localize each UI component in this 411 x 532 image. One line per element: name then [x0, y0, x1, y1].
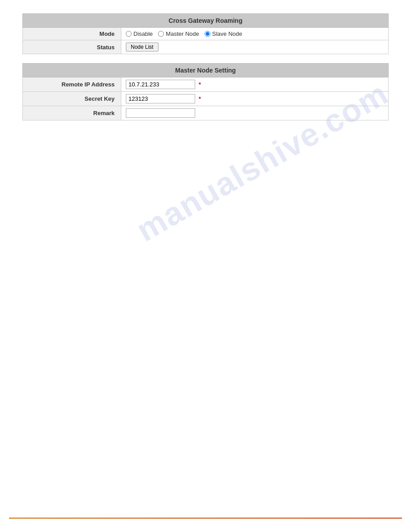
remark-input[interactable] [126, 108, 195, 118]
cross-gateway-table: Cross Gateway Roaming Mode Disable Maste… [22, 13, 389, 54]
bottom-divider [9, 518, 402, 519]
mode-disable-label[interactable]: Disable [126, 30, 153, 37]
mode-slave-radio[interactable] [205, 31, 210, 37]
master-node-table: Master Node Setting Remote IP Address * … [22, 63, 389, 120]
mode-slave-text: Slave Node [212, 30, 242, 37]
cross-gateway-title: Cross Gateway Roaming [23, 14, 389, 28]
mode-disable-text: Disable [133, 30, 153, 37]
secret-key-label: Secret Key [23, 92, 121, 106]
mode-radio-group: Disable Master Node Slave Node [126, 30, 384, 37]
mode-master-radio[interactable] [158, 31, 164, 37]
table-row: Remote IP Address * [23, 77, 389, 92]
remote-ip-value-cell: * [121, 77, 389, 92]
status-label: Status [23, 40, 121, 54]
secret-key-value-cell: * [121, 92, 389, 106]
table-row: Secret Key * [23, 92, 389, 106]
status-value-cell: Node List [121, 40, 389, 54]
mode-master-text: Master Node [166, 30, 199, 37]
secret-key-input[interactable] [126, 94, 195, 103]
secret-key-required: * [199, 95, 201, 102]
mode-master-label[interactable]: Master Node [158, 30, 199, 37]
mode-value-cell: Disable Master Node Slave Node [121, 28, 389, 40]
remote-ip-label: Remote IP Address [23, 77, 121, 92]
table-row: Remark [23, 106, 389, 120]
remark-value-cell [121, 106, 389, 120]
remote-ip-required: * [199, 81, 201, 88]
remote-ip-input[interactable] [126, 80, 195, 89]
remark-label: Remark [23, 106, 121, 120]
master-node-title: Master Node Setting [23, 64, 389, 77]
mode-slave-label[interactable]: Slave Node [205, 30, 242, 37]
mode-label: Mode [23, 28, 121, 40]
mode-disable-radio[interactable] [126, 31, 132, 37]
node-list-button[interactable]: Node List [126, 43, 158, 51]
